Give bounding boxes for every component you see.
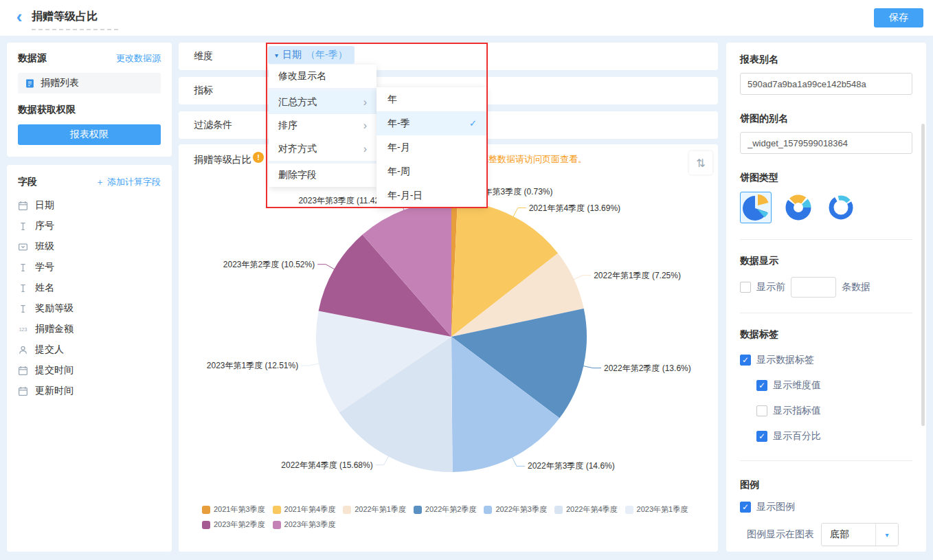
- top-count-input[interactable]: [791, 277, 836, 298]
- legend-item[interactable]: 2021年第4季度: [273, 504, 336, 515]
- settings-checkbox-label: 显示数据标签: [756, 354, 814, 366]
- field-item[interactable]: 学号: [18, 257, 161, 278]
- pie-alias-title: 饼图的别名: [740, 113, 912, 125]
- pie-type-donut-icon[interactable]: [783, 192, 814, 223]
- settings-checkbox[interactable]: ✓: [756, 380, 767, 391]
- report-designer: ‹ 捐赠等级占比 保存 数据源 更改数据源 捐赠列表 数据获取权限 报表权限 字…: [0, 0, 933, 560]
- data-label-title: 数据标签: [740, 328, 912, 341]
- legend-item[interactable]: 2022年第1季度: [343, 504, 406, 515]
- data-label-option-row: 显示指标值: [756, 405, 912, 417]
- fields-panel: 字段 ＋ 添加计算字段 日期序号班级学号姓名奖励等级123捐赠金额提交人提交时间…: [7, 165, 172, 552]
- context-menu: 修改显示名汇总方式›排序›对齐方式›删除字段: [269, 65, 376, 187]
- save-button[interactable]: 保存: [874, 8, 923, 27]
- divider: [740, 239, 912, 240]
- field-label: 序号: [35, 220, 54, 232]
- context-submenu-item[interactable]: 年-周: [376, 159, 486, 183]
- change-datasource-link[interactable]: 更改数据源: [116, 52, 161, 65]
- legend-label: 2023年第2季度: [214, 519, 265, 530]
- settings-checkbox[interactable]: ✓: [756, 431, 767, 442]
- field-item[interactable]: 班级: [18, 236, 161, 257]
- submenu-item-label: 年-月-日: [387, 190, 423, 202]
- pie-label: 2022年第2季度 (13.6%): [604, 363, 691, 373]
- legend-item[interactable]: 2023年第1季度: [625, 504, 688, 515]
- legend-item[interactable]: 2023年第2季度: [202, 519, 265, 530]
- legend-label: 2022年第4季度: [566, 504, 618, 515]
- metric-label: 指标: [194, 85, 213, 97]
- dimension-chip-granularity: （年-季）: [306, 49, 348, 61]
- context-menu-item[interactable]: 修改显示名: [269, 65, 376, 88]
- field-item[interactable]: 更新时间: [18, 381, 161, 401]
- datasource-panel: 数据源 更改数据源 捐赠列表 数据获取权限 报表权限: [7, 43, 172, 157]
- settings-checkbox[interactable]: [756, 405, 767, 416]
- legend-position-select[interactable]: 底部 ▾: [821, 523, 899, 546]
- report-alias-input[interactable]: [740, 73, 912, 95]
- legend-row: 2021年第3季度2021年第4季度2022年第1季度2022年第2季度2022…: [202, 504, 714, 515]
- context-menu-item[interactable]: 对齐方式›: [269, 137, 376, 161]
- context-menu-item[interactable]: 汇总方式›: [269, 91, 376, 114]
- back-icon[interactable]: ‹: [11, 7, 27, 27]
- document-icon: [25, 78, 35, 89]
- legend-item[interactable]: 2023年第3季度: [273, 519, 336, 530]
- pie-type-title: 饼图类型: [740, 172, 912, 184]
- legend-item[interactable]: 2022年第2季度: [414, 504, 477, 515]
- field-item[interactable]: 序号: [18, 216, 161, 236]
- legend-label: 2022年第2季度: [425, 504, 477, 515]
- pie-label: 2022年第3季度 (14.6%): [528, 461, 615, 471]
- datasource-item[interactable]: 捐赠列表: [18, 73, 161, 93]
- field-item[interactable]: 123捐赠金额: [18, 319, 161, 339]
- menu-item-label: 排序: [278, 120, 297, 132]
- legend-item[interactable]: 2022年第4季度: [554, 504, 618, 515]
- show-top-checkbox[interactable]: [740, 282, 751, 293]
- field-item[interactable]: 提交人: [18, 339, 161, 360]
- field-item[interactable]: 日期: [18, 195, 161, 216]
- context-menu-item[interactable]: 删除字段: [269, 164, 376, 187]
- divider: [740, 313, 912, 313]
- context-submenu-item[interactable]: 年: [376, 87, 486, 111]
- show-legend-checkbox[interactable]: ✓: [740, 502, 751, 513]
- context-submenu-item[interactable]: 年-月: [376, 135, 486, 159]
- pie-alias-input[interactable]: [740, 132, 912, 154]
- context-menu-item[interactable]: 排序›: [269, 114, 376, 137]
- legend-swatch: [414, 506, 422, 514]
- calendar-icon: [18, 201, 28, 211]
- field-item[interactable]: 提交时间: [18, 360, 161, 381]
- legend-swatch: [202, 506, 210, 514]
- submenu-item-label: 年-月: [387, 142, 410, 154]
- field-label: 捐赠金额: [35, 323, 74, 335]
- field-label: 日期: [35, 199, 54, 212]
- dimension-chip[interactable]: ▾ 日期 （年-季）: [268, 46, 355, 64]
- field-item[interactable]: 姓名: [18, 278, 161, 298]
- legend-row: 2023年第2季度2023年第3季度: [202, 519, 714, 530]
- pie-type-ring-icon[interactable]: [825, 192, 857, 223]
- scrollbar-thumb[interactable]: [921, 124, 925, 426]
- legend-item[interactable]: 2021年第3季度: [202, 504, 265, 515]
- filter-label: 过滤条件: [194, 119, 232, 131]
- legend-swatch: [273, 521, 281, 529]
- field-item[interactable]: 奖励等级: [18, 298, 161, 319]
- pie-label-line: [301, 363, 321, 366]
- context-submenu: 年年-季✓年-月年-周年-月-日: [376, 87, 486, 208]
- pie-type-pie-icon[interactable]: [740, 192, 772, 223]
- context-submenu-item[interactable]: 年-月-日: [376, 183, 486, 208]
- legend-section-title: 图例: [740, 479, 912, 491]
- report-permission-button[interactable]: 报表权限: [18, 124, 161, 145]
- legend-item[interactable]: 2022年第3季度: [484, 504, 547, 515]
- settings-checkbox[interactable]: ✓: [740, 355, 751, 366]
- submenu-arrow-icon: ›: [363, 120, 367, 132]
- menu-item-label: 删除字段: [278, 169, 317, 181]
- submenu-item-label: 年: [387, 93, 397, 106]
- submenu-arrow-icon: ›: [363, 143, 367, 155]
- data-display-row: 显示前 条数据: [740, 277, 912, 298]
- settings-checkbox-label: 显示百分比: [773, 430, 821, 443]
- calendar-icon: [18, 386, 28, 396]
- permission-title: 数据获取权限: [18, 104, 161, 116]
- data-label-option-row: ✓显示百分比: [756, 430, 912, 443]
- dimension-chip-field: 日期: [282, 49, 302, 61]
- datasource-item-label: 捐赠列表: [41, 77, 79, 89]
- add-calc-field-link[interactable]: ＋ 添加计算字段: [95, 176, 161, 188]
- number-icon: 123: [18, 324, 28, 335]
- pie-label-line: [376, 455, 390, 465]
- legend-label: 2022年第1季度: [355, 504, 406, 515]
- context-submenu-item[interactable]: 年-季✓: [376, 111, 486, 135]
- calendar-icon: [18, 366, 28, 376]
